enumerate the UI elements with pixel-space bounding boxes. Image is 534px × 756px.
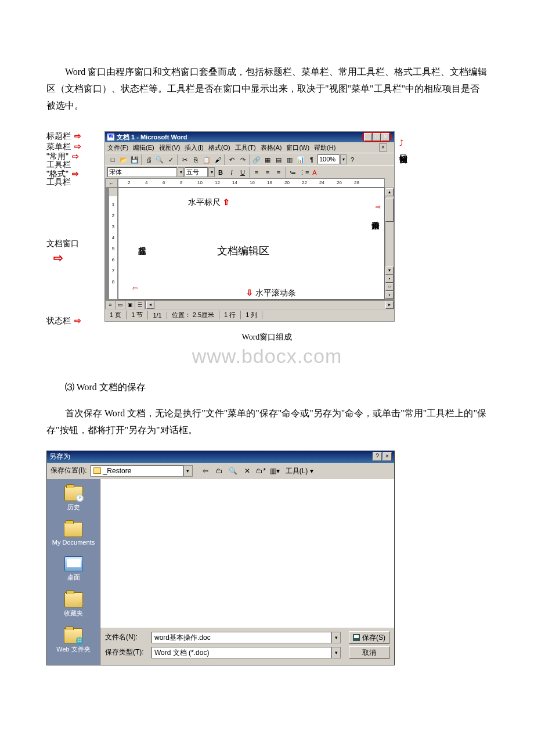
columns-icon[interactable]: ▥ [284, 154, 295, 165]
scroll-down-icon[interactable]: ▾ [385, 267, 394, 275]
help-button[interactable]: ? [373, 452, 382, 461]
copy-icon[interactable]: ⎘ [190, 154, 201, 165]
filename-dropdown[interactable]: ▾ [331, 632, 341, 643]
horizontal-ruler[interactable]: 2 4 6 8 10 12 14 16 18 20 22 24 26 28 [118, 178, 385, 188]
align-left-icon[interactable]: ≡ [251, 167, 262, 178]
bullet-list-icon[interactable]: ⋮≡ [298, 167, 309, 178]
menu-file[interactable]: 文件(F) [107, 143, 128, 152]
folder-icon [93, 467, 101, 474]
section-3-heading: ⑶ Word 文档的保存 [46, 379, 488, 396]
menu-view[interactable]: 视图(V) [159, 143, 181, 152]
up-folder-icon[interactable]: 🗀 [213, 465, 226, 477]
place-desktop[interactable]: 桌面 [64, 556, 83, 582]
save-icon[interactable]: 💾 [129, 154, 140, 165]
menu-help[interactable]: 帮助(H) [314, 143, 335, 152]
menu-window[interactable]: 窗口(W) [286, 143, 309, 152]
arrow-right-icon: ⇨ [74, 142, 81, 151]
format-painter-icon[interactable]: 🖌 [212, 154, 223, 165]
file-list-area[interactable]: 文件名(N): word基本操作.doc ▾ 保存(S) 保存类型(T): Wo… [100, 479, 394, 665]
fontsize-dropdown[interactable]: ▾ [208, 167, 215, 177]
location-dropdown[interactable]: ▾ [183, 465, 193, 477]
back-icon[interactable]: ⇦ [199, 465, 212, 477]
place-favorites[interactable]: 收藏夹 [64, 592, 83, 618]
map-icon[interactable]: ¶ [306, 154, 317, 165]
cut-icon[interactable]: ✂ [179, 154, 190, 165]
search-web-icon[interactable]: 🔍 [227, 465, 240, 477]
align-right-icon[interactable]: ≡ [273, 167, 284, 178]
font-color-icon[interactable]: A [309, 167, 320, 178]
delete-icon[interactable]: ✕ [241, 465, 254, 477]
scroll-left-icon[interactable]: ◂ [146, 301, 154, 309]
place-mydocs[interactable]: My Documents [52, 522, 95, 546]
numbered-list-icon[interactable]: ≔ [287, 167, 298, 178]
help-icon[interactable]: ? [347, 154, 358, 165]
save-icon [353, 634, 360, 641]
scroll-thumb[interactable] [385, 199, 394, 222]
vertical-scrollbar[interactable]: ▴ ▾ • ○ • [385, 188, 394, 300]
new-folder-icon[interactable]: 🗀* [255, 465, 268, 477]
document-area: 12345678 水平标尺 ⇧ 垂直标尺 ⇦ 文档编辑区 ⇩ 水平滚动条 垂直滚… [105, 188, 394, 309]
browse-object-icon[interactable]: ○ [385, 283, 394, 291]
underline-icon[interactable]: U [237, 167, 248, 178]
window-title: 文档 1 - Microsoft Word [117, 133, 362, 142]
close-button[interactable]: × [383, 452, 392, 461]
filename-input[interactable]: word基本操作.doc [151, 632, 331, 643]
location-combo[interactable]: _Restore [91, 465, 183, 477]
excel-icon[interactable]: ▤ [273, 154, 284, 165]
new-icon[interactable]: □ [107, 154, 118, 165]
cancel-button[interactable]: 取消 [349, 646, 389, 659]
filetype-dropdown[interactable]: ▾ [331, 647, 341, 658]
menu-edit[interactable]: 编辑(E) [133, 143, 154, 152]
place-webfolders[interactable]: Web 文件夹 [56, 628, 90, 654]
fontsize-box[interactable]: 五号 [185, 167, 208, 177]
document-paper[interactable]: 水平标尺 ⇧ 垂直标尺 ⇦ 文档编辑区 ⇩ 水平滚动条 垂直滚动条 ⇨ [118, 188, 385, 300]
web-view-icon[interactable]: ▭ [116, 301, 125, 309]
paste-icon[interactable]: 📋 [201, 154, 212, 165]
horizontal-scrollbar[interactable]: ◂ ▸ [146, 300, 394, 309]
minimize-button[interactable]: _ [364, 133, 372, 141]
table-icon[interactable]: ▦ [262, 154, 273, 165]
spell-icon[interactable]: ✓ [165, 154, 176, 165]
font-dropdown[interactable]: ▾ [178, 167, 184, 177]
menu-insert[interactable]: 插入(I) [185, 143, 203, 152]
filetype-combo[interactable]: Word 文档 (*.doc) [151, 647, 331, 658]
undo-icon[interactable]: ↶ [226, 154, 237, 165]
close-button[interactable]: × [381, 133, 389, 141]
bold-icon[interactable]: B [215, 167, 226, 178]
maximize-button[interactable]: □ [373, 133, 381, 141]
open-icon[interactable]: 📂 [118, 154, 129, 165]
print-view-icon[interactable]: ▣ [125, 301, 135, 309]
vertical-ruler[interactable]: 12345678 [109, 188, 118, 300]
doc-close-button[interactable]: × [379, 143, 387, 152]
menu-tools[interactable]: 工具(T) [235, 143, 256, 152]
dialog-title: 另存为 [49, 452, 372, 462]
next-page-icon[interactable]: • [385, 291, 394, 299]
separator [285, 167, 286, 178]
normal-view-icon[interactable]: ≡ [106, 301, 116, 309]
format-toolbar: 宋体 ▾ 五号 ▾ B I U ≡ ≡ ≡ ≔ ⋮≡ A [105, 165, 394, 178]
align-center-icon[interactable]: ≡ [262, 167, 273, 178]
label-docedit: 文档编辑区 [217, 244, 269, 258]
link-icon[interactable]: 🔗 [251, 154, 262, 165]
separator [224, 154, 225, 165]
italic-icon[interactable]: I [226, 167, 237, 178]
menu-table[interactable]: 表格(A) [261, 143, 282, 152]
zoom-box[interactable]: 100% [317, 154, 340, 164]
scroll-right-icon[interactable]: ▸ [385, 301, 394, 309]
scroll-up-icon[interactable]: ▴ [385, 188, 394, 196]
redo-icon[interactable]: ↷ [237, 154, 248, 165]
zoom-dropdown[interactable]: ▾ [340, 154, 347, 164]
arrow-right-icon: ⇨ [74, 316, 81, 325]
print-icon[interactable]: 🖨 [143, 154, 154, 165]
place-history[interactable]: 历史 [64, 486, 83, 512]
drawing-icon[interactable]: 📊 [295, 154, 306, 165]
prev-page-icon[interactable]: • [385, 275, 394, 283]
views-icon[interactable]: ▥▾ [269, 465, 282, 477]
menu-format[interactable]: 格式(O) [208, 143, 230, 152]
font-box[interactable]: 宋体 [107, 167, 177, 177]
save-button[interactable]: 保存(S) [349, 631, 389, 644]
outline-view-icon[interactable]: ☰ [135, 301, 145, 309]
folder-icon [64, 522, 82, 537]
preview-icon[interactable]: 🔍 [154, 154, 165, 165]
tools-menu[interactable]: 工具(L) ▾ [283, 465, 316, 477]
